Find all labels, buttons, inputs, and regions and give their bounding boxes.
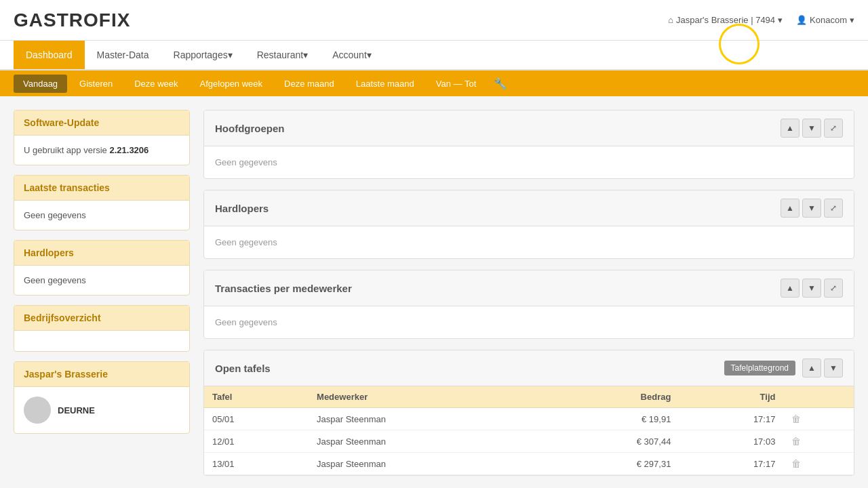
hardlopers-sidebar-header: Hardlopers bbox=[14, 241, 189, 266]
table-header: Tafel Medewerker Bedrag Tijd bbox=[204, 386, 854, 408]
sidebar: Software-Update U gebruikt app versie 2.… bbox=[14, 110, 190, 476]
subnav-gisteren[interactable]: Gisteren bbox=[70, 75, 122, 93]
widget-open-tafels-down-btn[interactable]: ▼ bbox=[824, 359, 843, 378]
widget-transacties-controls: ▲ ▼ ⤢ bbox=[781, 279, 843, 298]
restaurant-label: Restaurant bbox=[257, 49, 303, 60]
widget-open-tafels-up-btn[interactable]: ▲ bbox=[802, 359, 821, 378]
table-row: 13/01 Jaspar Steenman € 297,31 17:17 🗑 bbox=[204, 453, 854, 475]
cell-bedrag: € 297,31 bbox=[541, 453, 679, 475]
logo: GASTROFIX bbox=[14, 9, 130, 31]
restaurant-nav-arrow-icon: ▾ bbox=[303, 49, 308, 60]
col-bedrag: Bedrag bbox=[541, 386, 679, 408]
cell-tafel: 05/01 bbox=[204, 408, 309, 430]
user-name: Konacom bbox=[810, 15, 847, 25]
cell-delete[interactable]: 🗑 bbox=[783, 430, 854, 453]
sidebar-card-bedrijfsoverzicht: Bedrijfsoverzicht bbox=[14, 305, 190, 352]
jaspars-location: DEURNE bbox=[58, 405, 95, 415]
hardlopers-sidebar-body: Geen gegevens bbox=[14, 266, 189, 295]
laatste-transacties-body: Geen gegevens bbox=[14, 201, 189, 230]
user-icon: 👤 bbox=[796, 15, 807, 25]
widget-hardlopers-expand-btn[interactable]: ⤢ bbox=[824, 199, 843, 218]
delete-icon[interactable]: 🗑 bbox=[791, 413, 801, 424]
main-nav: Dashboard Master-Data Rapportages ▾ Rest… bbox=[0, 41, 868, 70]
main-content: Software-Update U gebruikt app versie 2.… bbox=[0, 96, 868, 488]
widget-hoofdgroepen-text: Geen gegevens bbox=[215, 157, 277, 167]
widget-transacties-expand-btn[interactable]: ⤢ bbox=[824, 279, 843, 298]
account-label: Account bbox=[332, 49, 367, 60]
open-tafels-controls: Tafelplattegrond ▲ ▼ bbox=[724, 359, 843, 378]
subnav-vandaag[interactable]: Vandaag bbox=[14, 75, 67, 93]
col-medewerker: Medewerker bbox=[309, 386, 541, 408]
widget-open-tafels: Open tafels Tafelplattegrond ▲ ▼ Tafel M… bbox=[203, 350, 854, 476]
tafelplattegrond-button[interactable]: Tafelplattegrond bbox=[724, 361, 795, 375]
cell-tafel: 12/01 bbox=[204, 430, 309, 453]
widget-hardlopers-header: Hardlopers ▲ ▼ ⤢ bbox=[204, 190, 854, 226]
widget-hoofdgroepen: Hoofdgroepen ▲ ▼ ⤢ Geen gegevens bbox=[203, 110, 854, 179]
widget-open-tafels-header: Open tafels Tafelplattegrond ▲ ▼ bbox=[204, 350, 854, 386]
cell-medewerker: Jaspar Steenman bbox=[309, 453, 541, 475]
nav-item-dashboard[interactable]: Dashboard bbox=[14, 41, 85, 69]
cell-medewerker: Jaspar Steenman bbox=[309, 408, 541, 430]
laatste-transacties-header: Laatste transacties bbox=[14, 176, 189, 201]
cell-bedrag: € 307,44 bbox=[541, 430, 679, 453]
settings-icon[interactable]: 🔧 bbox=[488, 73, 513, 94]
nav-item-account[interactable]: Account ▾ bbox=[320, 41, 384, 69]
widget-hardlopers-title: Hardlopers bbox=[215, 203, 269, 214]
widget-hardlopers-down-btn[interactable]: ▼ bbox=[802, 199, 821, 218]
widget-hoofdgroepen-up-btn[interactable]: ▲ bbox=[781, 119, 800, 138]
subnav-deze-maand[interactable]: Deze maand bbox=[275, 75, 344, 93]
widget-hardlopers-up-btn[interactable]: ▲ bbox=[781, 199, 800, 218]
nav-item-restaurant[interactable]: Restaurant ▾ bbox=[245, 41, 320, 69]
widget-transacties: Transacties per medewerker ▲ ▼ ⤢ Geen ge… bbox=[203, 270, 854, 339]
restaurant-arrow-icon: ▾ bbox=[778, 15, 783, 25]
cell-tafel: 13/01 bbox=[204, 453, 309, 475]
widget-hardlopers-controls: ▲ ▼ ⤢ bbox=[781, 199, 843, 218]
widget-transacties-body: Geen gegevens bbox=[204, 306, 854, 338]
widget-transacties-text: Geen gegevens bbox=[215, 317, 277, 327]
subnav-laatste-maand[interactable]: Laatste maand bbox=[347, 75, 424, 93]
software-update-text: U gebruikt app versie bbox=[24, 145, 107, 155]
jaspars-header: Jaspar's Brasserie bbox=[14, 362, 189, 387]
subnav-afgelopen-week[interactable]: Afgelopen week bbox=[191, 75, 273, 93]
cell-delete[interactable]: 🗑 bbox=[783, 453, 854, 475]
widget-hardlopers: Hardlopers ▲ ▼ ⤢ Geen gegevens bbox=[203, 190, 854, 259]
widget-transacties-down-btn[interactable]: ▼ bbox=[802, 279, 821, 298]
user-menu[interactable]: 👤 Konacom ▾ bbox=[796, 15, 854, 25]
nav-item-master-data[interactable]: Master-Data bbox=[85, 41, 161, 69]
table-body: 05/01 Jaspar Steenman € 19,91 17:17 🗑 12… bbox=[204, 408, 854, 475]
rapportages-label: Rapportages bbox=[174, 49, 228, 60]
widget-transacties-title: Transacties per medewerker bbox=[215, 283, 352, 294]
widget-open-tafels-body: Tafel Medewerker Bedrag Tijd 05/01 Jaspa… bbox=[204, 386, 854, 475]
delete-icon[interactable]: 🗑 bbox=[791, 436, 801, 447]
widget-transacties-header: Transacties per medewerker ▲ ▼ ⤢ bbox=[204, 270, 854, 306]
widget-hoofdgroepen-expand-btn[interactable]: ⤢ bbox=[824, 119, 843, 138]
subnav-deze-week[interactable]: Deze week bbox=[125, 75, 187, 93]
table-row: 12/01 Jaspar Steenman € 307,44 17:03 🗑 bbox=[204, 430, 854, 453]
jaspars-body: DEURNE bbox=[14, 387, 189, 433]
widget-hardlopers-text: Geen gegevens bbox=[215, 237, 277, 247]
user-arrow-icon: ▾ bbox=[850, 15, 854, 25]
subnav-van-tot[interactable]: Van — Tot bbox=[427, 75, 486, 93]
header-right: ⌂ Jaspar's Brasserie | 7494 ▾ 👤 Konacom … bbox=[668, 15, 854, 25]
cell-bedrag: € 19,91 bbox=[541, 408, 679, 430]
account-arrow-icon: ▾ bbox=[367, 49, 372, 60]
widget-hoofdgroepen-title: Hoofdgroepen bbox=[215, 123, 285, 134]
subnav: Vandaag Gisteren Deze week Afgelopen wee… bbox=[0, 70, 868, 96]
sidebar-card-laatste-transacties: Laatste transacties Geen gegevens bbox=[14, 175, 190, 230]
col-tijd: Tijd bbox=[679, 386, 783, 408]
restaurant-selector[interactable]: ⌂ Jaspar's Brasserie | 7494 ▾ bbox=[668, 15, 783, 25]
widget-open-tafels-title: Open tafels bbox=[215, 363, 271, 374]
sidebar-card-hardlopers: Hardlopers Geen gegevens bbox=[14, 240, 190, 296]
restaurant-name: Jaspar's Brasserie | 7494 bbox=[676, 15, 775, 25]
cell-delete[interactable]: 🗑 bbox=[783, 408, 854, 430]
widget-hoofdgroepen-down-btn[interactable]: ▼ bbox=[802, 119, 821, 138]
software-update-header: Software-Update bbox=[14, 110, 189, 136]
nav-item-rapportages[interactable]: Rapportages ▾ bbox=[161, 41, 245, 69]
home-icon: ⌂ bbox=[668, 15, 673, 25]
widget-hoofdgroepen-body: Geen gegevens bbox=[204, 146, 854, 178]
laatste-transacties-text: Geen gegevens bbox=[24, 210, 86, 220]
delete-icon[interactable]: 🗑 bbox=[791, 458, 801, 469]
cell-tijd: 17:17 bbox=[679, 408, 783, 430]
widget-transacties-up-btn[interactable]: ▲ bbox=[781, 279, 800, 298]
jaspars-avatar bbox=[24, 396, 51, 424]
